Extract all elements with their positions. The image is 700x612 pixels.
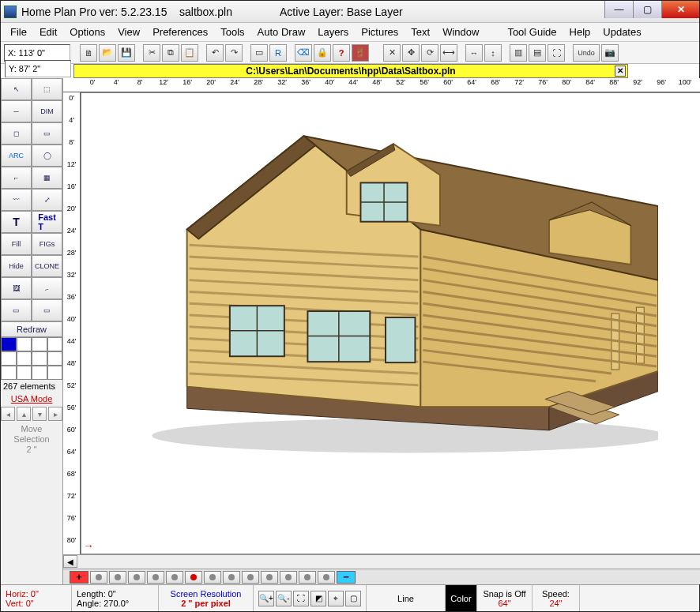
cut-button[interactable]: ✂ [143,44,160,62]
menu-edit[interactable]: Edit [35,24,62,39]
snap-dot[interactable] [128,571,145,584]
zoom-fit-icon[interactable]: ⛶ [293,591,309,606]
tool-clone[interactable]: CLONE [32,255,62,277]
x-button[interactable]: ✕ [383,44,401,62]
menu-text[interactable]: Text [406,24,435,39]
color-swatch[interactable] [1,366,17,380]
tool-view2[interactable]: ▭ [32,299,62,321]
tool-fast-text[interactable]: FastT [32,211,62,233]
maximize-button[interactable]: ▢ [633,1,661,18]
horizontal-ruler[interactable]: 0'4'8'12'16'20'24'28'32'36'40'44'48'52'5… [63,78,700,92]
vflip-button[interactable]: ↕ [484,44,502,62]
dimh-button[interactable]: ⟷ [440,44,457,62]
coord-x-field[interactable]: X: 113' 0" [4,44,70,62]
status-color-button[interactable]: Color [446,585,477,611]
color-swatch[interactable] [32,351,47,366]
nudge-up[interactable]: ▴ [17,407,31,421]
tool-window[interactable]: ▦ [32,167,62,189]
redraw-button[interactable]: Redraw [1,321,62,337]
zoom-reset-icon[interactable]: ▢ [345,591,361,606]
file-close-icon[interactable]: ✕ [615,66,626,77]
save-button[interactable]: 💾 [118,44,135,62]
vsplit-button[interactable]: ▥ [510,44,527,62]
paste-button[interactable]: 📋 [181,44,198,62]
door-button[interactable]: 🚪 [352,44,369,62]
menu-file[interactable]: File [6,24,32,39]
snap-dot[interactable] [280,571,297,584]
menu-options[interactable]: Options [65,24,110,39]
zoom-sel-icon[interactable]: ◩ [310,591,326,606]
hsplit-button[interactable]: ▤ [529,44,546,62]
status-speed[interactable]: Speed: 24" [533,585,580,611]
tool-arc[interactable]: ARC [1,145,32,167]
drawing-canvas[interactable]: ↓ → [81,92,700,554]
zoom-out-icon[interactable]: 🔍- [276,591,292,606]
menu-help[interactable]: Help [565,24,596,39]
snap-dot[interactable] [147,571,164,584]
snap-dot[interactable] [242,571,259,584]
camera-button[interactable]: 📷 [601,44,619,62]
tool-image[interactable]: 🖼 [1,277,32,299]
copy-button[interactable]: ⧉ [162,44,179,62]
color-swatch[interactable] [17,366,32,380]
zoom-region-icon[interactable]: ⌖ [328,591,344,606]
menu-pictures[interactable]: Pictures [356,24,403,39]
tool-figs[interactable]: FIGs [32,233,62,255]
tool-lshape[interactable]: ◻ [1,122,32,145]
move-button[interactable]: ✥ [402,44,420,62]
menu-view[interactable]: View [113,24,145,39]
zoom-out-chip[interactable]: − [337,571,356,584]
tool-curve[interactable]: ⦧ [32,277,62,299]
menu-tools[interactable]: Tools [216,24,249,39]
snap-dot[interactable] [90,571,107,584]
tool-rect[interactable]: ▭ [32,122,62,145]
snap-dot[interactable] [166,571,183,584]
lock-button[interactable]: 🔒 [314,44,331,62]
color-palette[interactable] [1,337,62,380]
tool-arrow[interactable]: ↖ [1,78,32,100]
undo2-button[interactable]: Undo [573,44,600,62]
nudge-down[interactable]: ▾ [32,407,47,421]
snap-dot[interactable] [223,571,240,584]
new-button[interactable]: 🗎 [80,44,97,62]
color-swatch[interactable] [1,351,17,366]
color-swatch[interactable] [47,351,63,366]
color-swatch[interactable] [17,337,32,351]
color-swatch[interactable] [17,351,32,366]
tool-snap[interactable]: ⤢ [32,189,62,211]
vertical-ruler[interactable]: 0'4'8'12'16'20'24'28'32'36'40'44'48'52'5… [63,92,81,554]
tool-fill[interactable]: Fill [1,233,32,255]
usa-mode-link[interactable]: USA Mode [1,392,62,405]
menu-autodraw[interactable]: Auto Draw [253,24,310,39]
tool-circle[interactable]: ◯ [32,145,62,167]
trim-button[interactable]: ⛶ [548,44,565,62]
tool-view1[interactable]: ▭ [1,299,32,321]
open-button[interactable]: 📂 [99,44,116,62]
coord-y-field[interactable]: Y: 87' 2" [5,60,71,77]
nudge-right[interactable]: ▸ [48,407,62,421]
snap-dot[interactable] [299,571,316,584]
color-swatch[interactable] [47,366,63,380]
color-swatch[interactable] [32,337,47,351]
refresh-button[interactable]: ⟳ [421,44,438,62]
nudge-left[interactable]: ◂ [1,407,15,421]
r-button[interactable]: R [269,44,287,62]
color-swatch[interactable] [47,337,63,351]
tool-line[interactable]: ─ [1,100,32,122]
menu-preferences[interactable]: Preferences [148,24,213,39]
horizontal-scrollbar[interactable]: ◀ ▶ [63,554,700,569]
snap-dot[interactable] [318,571,335,584]
menu-toolguide[interactable]: Tool Guide [502,24,561,39]
tool-spline[interactable]: 〰 [1,189,32,211]
tool-door[interactable]: ⌐ [1,167,32,189]
snap-dot-active[interactable] [185,571,202,584]
undo-button[interactable]: ↶ [206,44,224,62]
tool-dim[interactable]: DIM [32,100,62,122]
tool-hide[interactable]: Hide [1,255,32,277]
zoom-in-chip[interactable]: + [70,571,88,584]
status-snap[interactable]: Snap is Off 64" [477,585,533,611]
rect-button[interactable]: ▭ [250,44,268,62]
titlebar[interactable]: Home Plan Pro ver: 5.2.23.15 saltbox.pln… [1,1,699,23]
snap-dot[interactable] [204,571,221,584]
close-button[interactable]: ✕ [661,1,699,18]
